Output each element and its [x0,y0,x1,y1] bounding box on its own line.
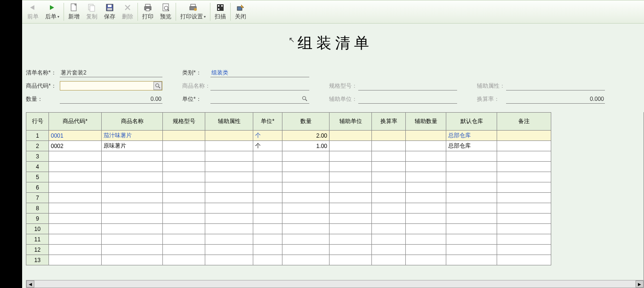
cell-warehouse[interactable] [446,234,497,245]
cell-aux[interactable] [205,255,253,265]
cell-auxqty[interactable] [406,131,446,141]
row-number[interactable]: 7 [26,193,49,203]
row-number[interactable]: 13 [26,255,49,265]
cell-code[interactable] [49,151,102,162]
col-header[interactable]: 辅助属性 [205,113,253,131]
cell-aux[interactable] [205,131,253,141]
cell-qty[interactable] [282,182,330,193]
cell-warehouse[interactable]: 总部仓库 [446,141,497,151]
cell-qty[interactable]: 1.00 [282,141,330,151]
cell-auxunit[interactable] [330,131,372,141]
cell-remark[interactable] [497,162,551,172]
cell-auxqty[interactable] [406,182,446,193]
cell-name[interactable] [102,151,163,162]
cell-name[interactable] [102,182,163,193]
col-header[interactable]: 辅助单位 [330,113,372,131]
cell-spec[interactable] [163,234,205,245]
cell-remark[interactable] [497,141,551,151]
cell-spec[interactable] [163,141,205,151]
cell-code[interactable] [49,193,102,203]
cell-unit[interactable] [253,214,282,224]
cell-aux[interactable] [205,193,253,203]
cell-code[interactable] [49,182,102,193]
cell-auxqty[interactable] [406,172,446,182]
table-row[interactable]: 7 [26,193,551,203]
cell-auxqty[interactable] [406,214,446,224]
cell-unit[interactable] [253,193,282,203]
cell-rate[interactable] [372,203,406,214]
table-row[interactable]: 8 [26,203,551,214]
cell-qty[interactable] [282,214,330,224]
cell-unit[interactable] [253,151,282,162]
scan-button[interactable]: 扫描 [211,1,229,22]
col-header[interactable]: 单位* [253,113,282,131]
cell-code[interactable] [49,214,102,224]
new-button[interactable]: 新增 [65,1,83,22]
cell-remark[interactable] [497,203,551,214]
cell-warehouse[interactable] [446,151,497,162]
cell-code[interactable] [49,255,102,265]
cell-auxunit[interactable] [330,255,372,265]
table-row[interactable]: 9 [26,214,551,224]
cell-name[interactable] [102,245,163,255]
cell-remark[interactable] [497,151,551,162]
col-header[interactable]: 商品代码* [49,113,102,131]
cell-aux[interactable] [205,203,253,214]
table-row[interactable]: 20002原味薯片个1.00总部仓库 [26,141,551,151]
cell-warehouse[interactable] [446,193,497,203]
cell-code[interactable] [49,224,102,234]
cell-remark[interactable] [497,214,551,224]
cell-qty[interactable]: 2.00 [282,131,330,141]
cell-qty[interactable] [282,162,330,172]
cell-rate[interactable] [372,162,406,172]
cell-auxunit[interactable] [330,193,372,203]
cell-name[interactable] [102,193,163,203]
cell-aux[interactable] [205,141,253,151]
cell-rate[interactable] [372,193,406,203]
cell-unit[interactable] [253,203,282,214]
col-header[interactable]: 规格型号 [163,113,205,131]
row-number[interactable]: 5 [26,172,49,182]
cell-unit[interactable] [253,234,282,245]
cell-auxunit[interactable] [330,234,372,245]
cell-name[interactable] [102,214,163,224]
cell-spec[interactable] [163,224,205,234]
cell-remark[interactable] [497,255,551,265]
cell-remark[interactable] [497,234,551,245]
unit-value[interactable] [210,94,309,104]
cell-spec[interactable] [163,162,205,172]
cell-aux[interactable] [205,234,253,245]
category-value[interactable]: 组装类 [210,68,309,77]
cell-aux[interactable] [205,182,253,193]
table-row[interactable]: 10001茄汁味薯片个2.00总部仓库 [26,131,551,141]
cell-rate[interactable] [372,234,406,245]
cell-remark[interactable] [497,245,551,255]
cell-qty[interactable] [282,245,330,255]
cell-aux[interactable] [205,224,253,234]
cell-unit[interactable] [253,255,282,265]
cell-auxqty[interactable] [406,245,446,255]
cell-warehouse[interactable] [446,214,497,224]
cell-warehouse[interactable]: 总部仓库 [446,131,497,141]
cell-auxunit[interactable] [330,182,372,193]
cell-auxqty[interactable] [406,193,446,203]
cell-auxunit[interactable] [330,214,372,224]
cell-remark[interactable] [497,172,551,182]
cell-auxunit[interactable] [330,151,372,162]
cell-warehouse[interactable] [446,203,497,214]
col-header[interactable]: 辅助数量 [406,113,446,131]
cell-name[interactable] [102,224,163,234]
cell-warehouse[interactable] [446,245,497,255]
cell-auxqty[interactable] [406,255,446,265]
cell-warehouse[interactable] [446,182,497,193]
lookup-button[interactable] [153,82,162,90]
cell-qty[interactable] [282,234,330,245]
cell-auxunit[interactable] [330,172,372,182]
save-button[interactable]: 保存 [101,1,119,22]
cell-unit[interactable] [253,182,282,193]
cell-rate[interactable] [372,131,406,141]
cell-warehouse[interactable] [446,255,497,265]
cell-spec[interactable] [163,203,205,214]
cell-auxqty[interactable] [406,162,446,172]
table-row[interactable]: 10 [26,224,551,234]
